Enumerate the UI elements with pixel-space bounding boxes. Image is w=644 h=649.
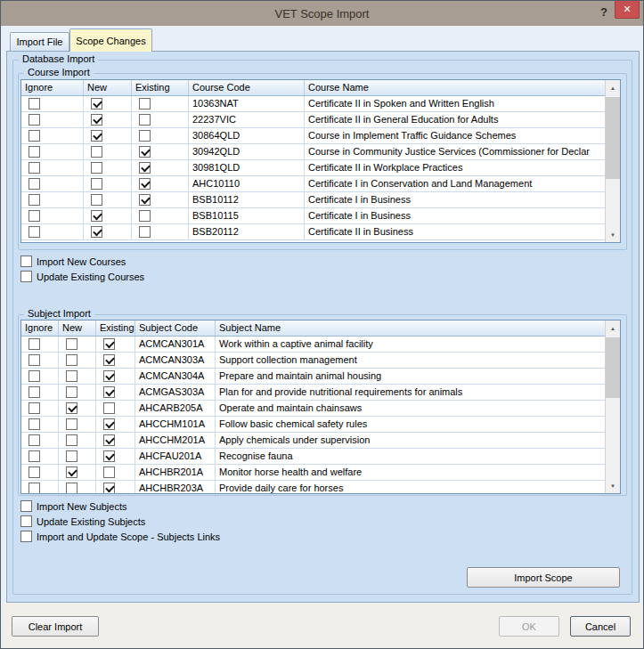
new-checkbox[interactable]: [91, 162, 102, 174]
existing-checkbox[interactable]: [139, 162, 151, 174]
ignore-checkbox[interactable]: [29, 178, 40, 190]
table-row[interactable]: 30864QLDCourse in Implement Traffic Guid…: [21, 128, 605, 144]
checkbox-box[interactable]: [20, 256, 32, 267]
checkbox-box[interactable]: [20, 515, 32, 527]
column-header-ignore[interactable]: Ignore: [21, 320, 59, 336]
existing-checkbox[interactable]: [139, 130, 151, 142]
existing-checkbox[interactable]: [139, 226, 151, 238]
existing-checkbox[interactable]: [139, 146, 151, 158]
table-row[interactable]: BSB20112Certificate II in Business: [21, 224, 605, 240]
checkbox-import-new-subjects[interactable]: Import New Subjects: [20, 499, 220, 514]
ignore-checkbox[interactable]: [29, 210, 40, 222]
table-row[interactable]: 10363NATCertificate II in Spoken and Wri…: [21, 96, 605, 112]
new-checkbox[interactable]: [66, 450, 77, 462]
scroll-down-icon[interactable]: ▼: [606, 227, 620, 242]
table-row[interactable]: BSB10112Certificate I in Business: [21, 192, 605, 208]
column-header-ignore[interactable]: Ignore: [21, 80, 84, 95]
ignore-checkbox[interactable]: [29, 354, 40, 366]
clear-import-button[interactable]: Clear Import: [12, 616, 99, 637]
existing-checkbox[interactable]: [139, 178, 151, 190]
table-row[interactable]: ACMCAN301AWork within a captive animal f…: [21, 337, 605, 353]
ignore-checkbox[interactable]: [29, 130, 40, 142]
cancel-button[interactable]: Cancel: [570, 616, 631, 637]
table-row[interactable]: AHC10110Certificate I in Conservation an…: [21, 176, 605, 192]
existing-checkbox[interactable]: [103, 418, 115, 430]
new-checkbox[interactable]: [66, 402, 77, 414]
table-row[interactable]: AHCARB205AOperate and maintain chainsaws: [21, 401, 605, 417]
table-row[interactable]: AHCHBR203AProvide daily care for horses: [21, 481, 605, 493]
ignore-checkbox[interactable]: [29, 162, 40, 174]
scroll-up-icon[interactable]: ▲: [606, 80, 620, 95]
ignore-checkbox[interactable]: [29, 146, 40, 158]
column-header-new[interactable]: New: [84, 80, 132, 95]
ignore-checkbox[interactable]: [29, 370, 40, 382]
new-checkbox[interactable]: [66, 386, 77, 398]
title-bar[interactable]: VET Scope Import ? ✕: [1, 1, 643, 26]
new-checkbox[interactable]: [91, 178, 102, 190]
existing-checkbox[interactable]: [139, 98, 151, 110]
existing-checkbox[interactable]: [103, 338, 115, 350]
ignore-checkbox[interactable]: [29, 466, 40, 478]
import-scope-button[interactable]: Import Scope: [467, 567, 620, 588]
scrollbar-thumb[interactable]: [606, 97, 620, 179]
existing-checkbox[interactable]: [103, 434, 115, 446]
new-checkbox[interactable]: [91, 210, 102, 222]
checkbox-update-existing-subjects[interactable]: Update Existing Subjects: [20, 514, 220, 529]
table-row[interactable]: 22237VICCertificate II in General Educat…: [21, 112, 605, 128]
table-row[interactable]: ACMCAN304APrepare and maintain animal ho…: [21, 369, 605, 385]
existing-checkbox[interactable]: [139, 210, 151, 222]
column-header-subject-code[interactable]: Subject Code: [135, 320, 216, 336]
course-table-scrollbar[interactable]: ▲ ▼: [605, 80, 620, 242]
checkbox-box[interactable]: [20, 531, 32, 542]
new-checkbox[interactable]: [91, 114, 102, 126]
table-row[interactable]: 30942QLDCourse in Community Justice Serv…: [21, 144, 605, 160]
checkbox-box[interactable]: [20, 500, 32, 512]
new-checkbox[interactable]: [66, 418, 77, 430]
column-header-existing[interactable]: Existing: [132, 80, 189, 95]
scroll-up-icon[interactable]: ▲: [606, 320, 620, 336]
close-icon[interactable]: ✕: [615, 1, 640, 19]
ignore-checkbox[interactable]: [29, 418, 40, 430]
scroll-down-icon[interactable]: ▼: [606, 478, 620, 493]
ignore-checkbox[interactable]: [29, 483, 40, 493]
column-header-existing[interactable]: Existing: [96, 320, 135, 336]
ignore-checkbox[interactable]: [29, 402, 40, 414]
table-row[interactable]: AHCCHM201AApply chemicals under supervis…: [21, 433, 605, 449]
ignore-checkbox[interactable]: [29, 386, 40, 398]
checkbox-update-existing-courses[interactable]: Update Existing Courses: [20, 269, 144, 284]
existing-checkbox[interactable]: [103, 483, 115, 493]
new-checkbox[interactable]: [91, 194, 102, 206]
ignore-checkbox[interactable]: [29, 226, 40, 238]
ignore-checkbox[interactable]: [29, 450, 40, 462]
existing-checkbox[interactable]: [139, 194, 151, 206]
existing-checkbox[interactable]: [103, 370, 115, 382]
new-checkbox[interactable]: [66, 434, 77, 446]
table-row[interactable]: AHCHBR201AMonitor horse health and welfa…: [21, 465, 605, 481]
tab-scope-changes[interactable]: Scope Changes: [69, 28, 152, 52]
checkbox-import-and-update-scope-subjects-links[interactable]: Import and Update Scope - Subjects Links: [20, 529, 220, 544]
ignore-checkbox[interactable]: [29, 434, 40, 446]
table-row[interactable]: ACMCAN303ASupport collection management: [21, 353, 605, 369]
ignore-checkbox[interactable]: [29, 114, 40, 126]
column-header-course-name[interactable]: Course Name: [305, 80, 605, 95]
table-row[interactable]: 30981QLDCertificate II in Workplace Prac…: [21, 160, 605, 176]
subject-table-scrollbar[interactable]: ▲ ▼: [605, 320, 620, 493]
ignore-checkbox[interactable]: [29, 338, 40, 350]
new-checkbox[interactable]: [91, 98, 102, 110]
column-header-course-code[interactable]: Course Code: [189, 80, 305, 95]
ignore-checkbox[interactable]: [29, 194, 40, 206]
existing-checkbox[interactable]: [103, 466, 115, 478]
column-header-new[interactable]: New: [59, 320, 96, 336]
column-header-subject-name[interactable]: Subject Name: [216, 320, 605, 336]
table-row[interactable]: AHCFAU201ARecognise fauna: [21, 449, 605, 465]
scrollbar-thumb[interactable]: [606, 337, 620, 398]
ok-button[interactable]: OK: [499, 616, 559, 637]
tab-import-file[interactable]: Import File: [10, 32, 69, 51]
new-checkbox[interactable]: [66, 466, 77, 478]
table-row[interactable]: BSB10115Certificate I in Business: [21, 208, 605, 224]
existing-checkbox[interactable]: [139, 114, 151, 126]
existing-checkbox[interactable]: [103, 354, 115, 366]
existing-checkbox[interactable]: [103, 402, 115, 414]
existing-checkbox[interactable]: [103, 450, 115, 462]
help-icon[interactable]: ?: [600, 5, 607, 19]
